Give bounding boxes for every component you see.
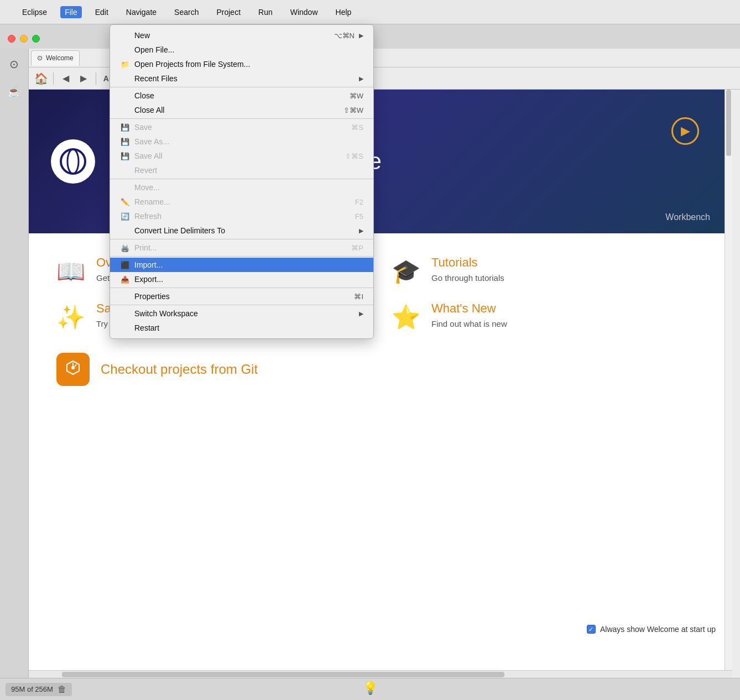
- maximize-window-button[interactable]: [32, 35, 40, 43]
- menubar-item-navigate[interactable]: Navigate: [122, 6, 161, 18]
- menu-item-save-as: 💾 Save As...: [110, 134, 373, 149]
- whats-new-desc: Find out what is new: [431, 319, 507, 328]
- tab-welcome[interactable]: ⊙ Welcome: [31, 50, 80, 66]
- checkout-title: Checkout projects from Git: [101, 362, 258, 377]
- menu-section-close: Close ⌘W Close All ⇧⌘W: [110, 87, 373, 119]
- menu-item-switch-workspace-label: Switch Workspace: [134, 309, 355, 318]
- menubar-item-project[interactable]: Project: [212, 6, 245, 18]
- toolbar-forward-button[interactable]: ▶: [76, 71, 91, 86]
- menubar-item-window[interactable]: Window: [286, 6, 322, 18]
- menu-item-properties-shortcut: ⌘I: [354, 292, 363, 301]
- git-icon: [56, 353, 90, 386]
- convert-icon: [120, 227, 130, 234]
- save-icon: 💾: [120, 123, 130, 131]
- menu-item-new[interactable]: New ⌥⌘N ▶: [110, 28, 373, 43]
- menu-item-revert: Revert: [110, 163, 373, 177]
- menu-item-close-all-label: Close All: [134, 106, 339, 114]
- close-window-button[interactable]: [8, 35, 15, 43]
- menu-item-close[interactable]: Close ⌘W: [110, 88, 373, 103]
- save-as-icon: 💾: [120, 138, 130, 145]
- minimize-window-button[interactable]: [20, 35, 28, 43]
- menubar-item-help[interactable]: Help: [331, 6, 356, 18]
- tutorials-icon: 🎓: [392, 258, 420, 285]
- menu-item-save-as-label: Save As...: [134, 137, 363, 146]
- trash-icon[interactable]: 🗑: [58, 685, 66, 694]
- menu-item-move: Move...: [110, 180, 373, 195]
- menu-section-new: New ⌥⌘N ▶ Open File... 📁 Open Projects f…: [110, 27, 373, 87]
- menu-item-export-label: Export...: [134, 275, 363, 284]
- menubar-item-edit[interactable]: Edit: [91, 6, 113, 18]
- menu-item-close-all[interactable]: Close All ⇧⌘W: [110, 103, 373, 117]
- recent-files-icon: [120, 75, 130, 82]
- horizontal-scrollbar[interactable]: [29, 670, 732, 678]
- workbench-label: Workbench: [665, 212, 710, 222]
- new-icon: [120, 32, 130, 39]
- menubar-item-run[interactable]: Run: [254, 6, 277, 18]
- welcome-item-whats-new[interactable]: ⭐ What's New Find out what is new: [392, 301, 705, 331]
- menu-item-refresh-shortcut: F5: [355, 212, 363, 221]
- menu-item-import[interactable]: ⬛ Import...: [110, 258, 373, 272]
- menu-item-properties-label: Properties: [134, 292, 350, 301]
- menu-item-switch-workspace[interactable]: Switch Workspace ▶: [110, 306, 373, 321]
- scrollbar-thumb[interactable]: [726, 90, 731, 156]
- menu-item-open-file-label: Open File...: [134, 45, 363, 54]
- file-menu-dropdown: New ⌥⌘N ▶ Open File... 📁 Open Projects f…: [110, 24, 374, 339]
- sidebar-icon-perspective[interactable]: ⊙: [4, 54, 24, 74]
- menu-item-properties[interactable]: Properties ⌘I: [110, 289, 373, 304]
- menubar-item-eclipse[interactable]: Eclipse: [18, 6, 51, 18]
- menu-item-import-label: Import...: [134, 260, 363, 269]
- properties-icon: [120, 292, 130, 300]
- menu-item-close-shortcut: ⌘W: [350, 92, 363, 100]
- menu-item-save-label: Save: [134, 123, 347, 132]
- menu-item-open-projects[interactable]: 📁 Open Projects from File System...: [110, 57, 373, 71]
- menu-section-move: Move... ✏️ Rename... F2 🔄 Refresh F5 Con…: [110, 179, 373, 239]
- overview-icon: 📖: [56, 258, 85, 285]
- menu-section-import: ⬛ Import... 📤 Export...: [110, 257, 373, 288]
- menubar-item-file[interactable]: File: [60, 6, 82, 18]
- menu-item-new-shortcut: ⌥⌘N: [334, 32, 355, 40]
- vertical-scrollbar[interactable]: [725, 90, 732, 678]
- menu-item-recent-files[interactable]: Recent Files ▶: [110, 71, 373, 86]
- import-icon: ⬛: [120, 261, 130, 269]
- samples-icon: ✨: [56, 304, 85, 331]
- menu-item-close-label: Close: [134, 91, 345, 100]
- menubar-item-search[interactable]: Search: [170, 6, 203, 18]
- always-show-checkbox[interactable]: ✓: [587, 625, 596, 634]
- menu-item-open-projects-label: Open Projects from File System...: [134, 60, 363, 69]
- toolbar-back-button[interactable]: ◀: [58, 71, 74, 86]
- checkout-section[interactable]: Checkout projects from Git: [29, 353, 732, 386]
- sidebar-icon-java[interactable]: ☕: [4, 82, 24, 102]
- memory-label: 95M of 256M: [11, 685, 53, 693]
- menu-item-move-label: Move...: [134, 183, 363, 192]
- tab-label: Welcome: [46, 54, 74, 62]
- toolbar-home-button[interactable]: 🏠: [33, 71, 49, 86]
- menu-item-print-shortcut: ⌘P: [351, 244, 363, 252]
- menu-item-open-file[interactable]: Open File...: [110, 43, 373, 57]
- switch-workspace-icon: [120, 310, 130, 317]
- save-all-icon: 💾: [120, 152, 130, 160]
- tutorials-title: Tutorials: [431, 255, 504, 270]
- always-show-checkbox-area[interactable]: ✓ Always show Welcome at start up: [587, 625, 716, 634]
- h-scrollbar-thumb[interactable]: [62, 672, 504, 677]
- menu-item-restart[interactable]: Restart: [110, 321, 373, 335]
- welcome-item-tutorials[interactable]: 🎓 Tutorials Go through tutorials: [392, 255, 705, 285]
- menu-item-switch-workspace-arrow: ▶: [359, 310, 363, 317]
- menu-item-rename-shortcut: F2: [355, 198, 363, 206]
- memory-status[interactable]: 95M of 256M 🗑: [6, 683, 72, 696]
- menu-section-workspace: Switch Workspace ▶ Restart: [110, 305, 373, 336]
- sidebar: ⊙ ☕: [0, 49, 29, 678]
- menu-item-print: 🖨️ Print... ⌘P: [110, 241, 373, 255]
- menu-item-rename: ✏️ Rename... F2: [110, 195, 373, 209]
- menu-item-print-label: Print...: [134, 243, 347, 252]
- menu-item-export[interactable]: 📤 Export...: [110, 272, 373, 286]
- export-icon: 📤: [120, 275, 130, 283]
- menubar: Eclipse File Edit Navigate Search Projec…: [0, 0, 740, 24]
- tab-icon: ⊙: [37, 54, 43, 62]
- menu-item-rename-label: Rename...: [134, 197, 351, 206]
- svg-point-1: [67, 149, 79, 174]
- eclipse-logo-icon: [51, 139, 95, 184]
- menu-item-restart-label: Restart: [134, 323, 363, 332]
- menu-item-convert[interactable]: Convert Line Delimiters To ▶: [110, 223, 373, 238]
- play-icon[interactable]: ▶: [671, 117, 699, 145]
- menu-item-convert-arrow: ▶: [359, 227, 363, 234]
